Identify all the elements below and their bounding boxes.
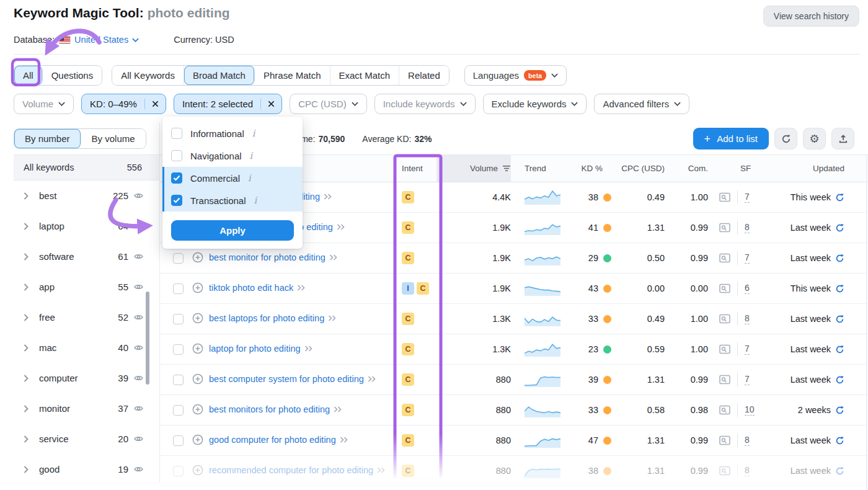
keyword-group-item-computer[interactable]: computer 39 bbox=[14, 363, 159, 393]
intent-filter-remove-button[interactable] bbox=[260, 99, 281, 109]
checkbox-unchecked[interactable] bbox=[171, 150, 182, 161]
serp-preview-icon[interactable] bbox=[719, 405, 730, 415]
view-search-history-button[interactable]: View search history bbox=[763, 6, 859, 27]
double-chevron-icon[interactable] bbox=[337, 222, 345, 232]
keyword-link[interactable]: best monitors for photo editing bbox=[209, 404, 330, 414]
sf-link[interactable]: 8 bbox=[745, 313, 750, 324]
sf-link[interactable]: 8 bbox=[745, 222, 750, 233]
update-refresh-icon[interactable] bbox=[835, 345, 844, 354]
row-checkbox[interactable] bbox=[173, 344, 184, 355]
serp-preview-icon[interactable] bbox=[719, 314, 730, 324]
row-checkbox[interactable] bbox=[173, 314, 184, 324]
intent-option-commercial[interactable]: Commercial i bbox=[162, 167, 303, 189]
refresh-button[interactable] bbox=[774, 128, 797, 149]
keyword-group-item-laptop[interactable]: laptop 64 bbox=[14, 211, 159, 241]
sf-link[interactable]: 8 bbox=[745, 465, 750, 476]
add-keyword-icon[interactable] bbox=[192, 343, 203, 354]
double-chevron-icon[interactable] bbox=[377, 465, 386, 475]
eye-icon[interactable] bbox=[134, 283, 143, 290]
update-refresh-icon[interactable] bbox=[835, 466, 844, 476]
row-checkbox[interactable] bbox=[173, 405, 184, 416]
add-keyword-icon[interactable] bbox=[192, 373, 203, 385]
eye-icon[interactable] bbox=[134, 192, 143, 199]
volume-filter-dropdown[interactable]: Volume bbox=[14, 94, 74, 114]
double-chevron-icon[interactable] bbox=[368, 374, 376, 384]
add-keyword-icon[interactable] bbox=[192, 465, 203, 476]
keyword-group-item-software[interactable]: software 61 bbox=[14, 241, 159, 272]
sf-link[interactable]: 7 bbox=[745, 374, 750, 385]
eye-icon[interactable] bbox=[134, 223, 143, 229]
cpc-filter-dropdown[interactable]: CPC (USD) bbox=[290, 94, 367, 114]
eye-icon[interactable] bbox=[134, 435, 143, 442]
kd-filter-chip[interactable]: KD: 0–49% bbox=[81, 94, 166, 114]
eye-icon[interactable] bbox=[134, 314, 143, 321]
checkbox-checked[interactable] bbox=[171, 195, 182, 206]
serp-preview-icon[interactable] bbox=[719, 192, 730, 202]
serp-preview-icon[interactable] bbox=[719, 435, 730, 445]
checkbox-unchecked[interactable] bbox=[171, 128, 182, 139]
row-checkbox[interactable] bbox=[173, 375, 184, 385]
sf-link[interactable]: 7 bbox=[745, 344, 750, 355]
serp-preview-icon[interactable] bbox=[719, 344, 730, 354]
apply-button[interactable]: Apply bbox=[171, 220, 294, 241]
update-refresh-icon[interactable] bbox=[835, 314, 844, 324]
languages-dropdown[interactable]: Languages beta bbox=[464, 65, 567, 86]
intent-filter-chip[interactable]: Intent: 2 selected bbox=[174, 94, 282, 114]
row-checkbox[interactable] bbox=[173, 435, 184, 446]
sf-link[interactable]: 6 bbox=[745, 283, 750, 294]
eye-icon[interactable] bbox=[134, 405, 143, 412]
header-kd[interactable]: KD % bbox=[564, 155, 611, 182]
keyword-group-item-free[interactable]: free 52 bbox=[14, 302, 159, 332]
sf-link[interactable]: 8 bbox=[745, 435, 750, 446]
double-chevron-icon[interactable] bbox=[304, 344, 313, 354]
row-checkbox[interactable] bbox=[173, 283, 184, 294]
keyword-group-item-monitor[interactable]: monitor 37 bbox=[14, 393, 159, 424]
double-chevron-icon[interactable] bbox=[334, 404, 342, 414]
all-keywords-row[interactable]: All keywords 556 bbox=[14, 154, 159, 180]
header-cpc[interactable]: CPC (USD) bbox=[611, 155, 665, 182]
checkbox-checked[interactable] bbox=[171, 172, 182, 184]
double-chevron-icon[interactable] bbox=[297, 283, 306, 293]
keyword-link[interactable]: tiktok photo edit hack bbox=[209, 283, 293, 293]
kd-filter-remove-button[interactable] bbox=[144, 99, 166, 109]
tab-questions[interactable]: Questions bbox=[43, 66, 102, 85]
keyword-link[interactable]: laptop for photo editing bbox=[209, 344, 301, 354]
add-keyword-icon[interactable] bbox=[192, 404, 203, 415]
tab-related[interactable]: Related bbox=[399, 66, 449, 85]
update-refresh-icon[interactable] bbox=[835, 436, 844, 445]
info-icon[interactable]: i bbox=[250, 151, 253, 161]
info-icon[interactable]: i bbox=[252, 128, 255, 138]
export-button[interactable] bbox=[831, 128, 854, 149]
sf-link[interactable]: 7 bbox=[745, 252, 750, 264]
double-chevron-icon[interactable] bbox=[340, 435, 348, 445]
tab-broad-match[interactable]: Broad Match bbox=[184, 66, 255, 85]
header-volume[interactable]: Volume bbox=[436, 155, 511, 182]
add-keyword-icon[interactable] bbox=[192, 252, 203, 263]
keyword-group-item-best[interactable]: best 225 bbox=[14, 180, 159, 211]
sf-link[interactable]: 7 bbox=[745, 192, 750, 203]
intent-option-navigational[interactable]: Navigational i bbox=[162, 145, 303, 167]
tab-exact-match[interactable]: Exact Match bbox=[330, 66, 400, 85]
keyword-group-item-service[interactable]: service 20 bbox=[14, 424, 159, 454]
double-chevron-icon[interactable] bbox=[329, 252, 338, 262]
keyword-link[interactable]: best monitor for photo editing bbox=[209, 252, 326, 262]
add-keyword-icon[interactable] bbox=[192, 313, 203, 324]
update-refresh-icon[interactable] bbox=[835, 193, 844, 202]
keyword-group-item-mac[interactable]: mac 40 bbox=[14, 332, 159, 363]
keyword-link[interactable]: recommended computer for photo editing bbox=[209, 465, 373, 475]
keyword-link[interactable]: best laptops for photo editing bbox=[209, 313, 324, 323]
eye-icon[interactable] bbox=[134, 253, 143, 260]
intent-option-informational[interactable]: Informational i bbox=[162, 122, 303, 145]
eye-icon[interactable] bbox=[134, 375, 143, 381]
advanced-filters-dropdown[interactable]: Advanced filters bbox=[594, 94, 689, 114]
update-refresh-icon[interactable] bbox=[835, 375, 844, 385]
tab-all-keywords[interactable]: All Keywords bbox=[112, 66, 184, 85]
serp-preview-icon[interactable] bbox=[719, 283, 730, 293]
database-selector[interactable]: United States bbox=[74, 35, 139, 45]
double-chevron-icon[interactable] bbox=[324, 192, 332, 202]
serp-preview-icon[interactable] bbox=[719, 223, 730, 233]
eye-icon[interactable] bbox=[134, 466, 143, 473]
keyword-link[interactable]: best computer system for photo editing bbox=[209, 374, 364, 384]
exclude-keywords-dropdown[interactable]: Exclude keywords bbox=[483, 94, 587, 114]
tab-all[interactable]: All bbox=[14, 66, 43, 85]
